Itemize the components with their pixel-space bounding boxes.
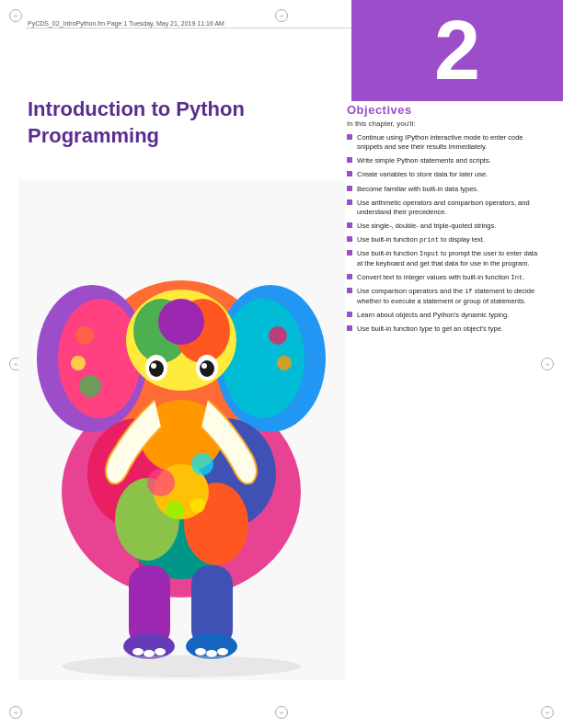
objective-text: Learn about objects and Python's dynamic… [357, 311, 509, 320]
svg-point-39 [75, 326, 94, 345]
objective-item: Convert text to integer values with buil… [347, 273, 545, 282]
objective-text: Convert text to integer values with buil… [357, 273, 524, 282]
objectives-title: Objectives [347, 103, 545, 117]
objective-text: Use arithmetic operators and comparison … [357, 199, 545, 217]
objective-bullet [347, 171, 352, 176]
objective-text: Use comparison operators and the if stat… [357, 287, 545, 306]
objective-item: Continue using IPython interactive mode … [347, 133, 545, 152]
objective-bullet [347, 199, 352, 205]
svg-point-15 [200, 360, 214, 377]
objective-item: Create variables to store data for later… [347, 170, 545, 179]
svg-point-16 [201, 363, 207, 369]
objective-bullet [347, 288, 352, 293]
objective-bullet [347, 186, 352, 191]
header-filename: PyCDS_02_IntroPython.fm Page 1 Tuesday, … [28, 20, 224, 27]
svg-point-29 [132, 648, 144, 655]
objective-text: Use built-in function Input to prompt th… [357, 249, 545, 268]
svg-point-32 [195, 648, 206, 655]
svg-point-31 [155, 648, 166, 655]
svg-point-44 [261, 375, 283, 397]
objective-bullet [347, 274, 352, 279]
svg-point-40 [71, 356, 86, 370]
objective-bullet [347, 312, 352, 317]
objective-bullet [347, 250, 352, 256]
svg-point-38 [190, 498, 205, 513]
objective-item: Use built-in function print to display t… [347, 235, 545, 245]
objective-text: Become familiar with built-in data types… [357, 185, 478, 194]
objective-item: Use comparison operators and the if stat… [347, 287, 545, 306]
page: PyCDS_02_IntroPython.fm Page 1 Tuesday, … [0, 0, 563, 728]
objective-item: Learn about objects and Python's dynamic… [347, 311, 545, 320]
svg-point-36 [191, 453, 213, 475]
chapter-number: 2 [434, 9, 480, 92]
svg-point-6 [222, 299, 304, 418]
objective-item: Use built-in function type to get an obj… [347, 324, 545, 334]
svg-point-43 [277, 356, 292, 370]
objective-item: Use arithmetic operators and comparison … [347, 199, 545, 217]
objectives-subtitle: In this chapter, you'll: [347, 119, 545, 128]
svg-point-37 [166, 501, 184, 519]
corner-mark-br [541, 706, 554, 719]
objective-bullet [347, 325, 352, 331]
objective-bullet [347, 236, 352, 242]
objective-text: Continue using IPython interactive mode … [357, 133, 545, 152]
corner-mark-bl [9, 706, 22, 719]
objective-text: Create variables to store data for later… [357, 170, 488, 179]
svg-point-45 [62, 655, 301, 677]
objective-text: Use built-in function print to display t… [357, 235, 485, 245]
objective-bullet [347, 157, 352, 163]
objective-text: Use single-, double- and triple-quoted s… [357, 222, 496, 231]
svg-point-10 [158, 299, 204, 345]
svg-point-34 [217, 648, 228, 655]
svg-point-35 [147, 469, 175, 496]
objective-bullet [347, 222, 352, 228]
objective-bullet [347, 134, 352, 140]
bottom-center-mark [275, 706, 288, 719]
chapter-block: 2 [351, 0, 563, 101]
objective-text: Use built-in function type to get an obj… [357, 324, 503, 334]
chapter-title: Introduction to Python Programming [28, 97, 342, 149]
objective-text: Write simple Python statements and scrip… [357, 156, 491, 165]
elephant-image [18, 179, 345, 680]
svg-point-13 [151, 363, 156, 369]
objective-item: Use built-in function Input to prompt th… [347, 249, 545, 268]
objective-item: Become familiar with built-in data types… [347, 185, 545, 194]
objectives-list: Continue using IPython interactive mode … [347, 133, 545, 334]
objective-item: Write simple Python statements and scrip… [347, 156, 545, 165]
objectives-section: Objectives In this chapter, you'll: Cont… [347, 103, 545, 700]
objective-item: Use single-, double- and triple-quoted s… [347, 222, 545, 231]
svg-point-4 [58, 299, 141, 418]
svg-point-41 [79, 375, 101, 397]
svg-point-42 [269, 326, 287, 345]
corner-mark-tl [9, 9, 22, 22]
svg-point-12 [149, 360, 164, 377]
